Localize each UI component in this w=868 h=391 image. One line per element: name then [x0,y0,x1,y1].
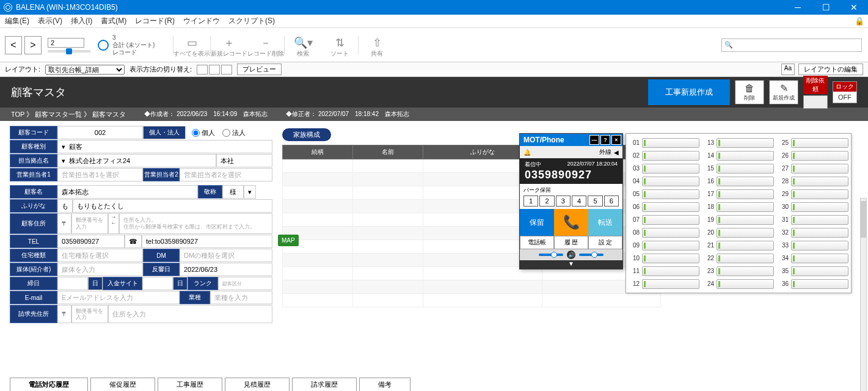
line-row[interactable]: 10 [629,252,699,265]
tab-invoice[interactable]: 請求履歴 [292,378,357,391]
delete-button[interactable]: 🗑削除 [735,80,764,104]
mot-contacts[interactable]: 電話帳 [520,236,554,249]
menu-window[interactable]: ウインドウ [183,16,220,26]
maximize-button[interactable]: ☐ [812,0,840,15]
line-row[interactable]: 26 [778,149,848,162]
line-row[interactable]: 19 [703,213,774,226]
layout-select[interactable]: 取引先台帳_詳細 [45,65,125,75]
sales1-select[interactable]: 営業担当者1を選択 [57,168,143,181]
chevron-left-icon[interactable]: ◀ [614,149,619,156]
line-row[interactable]: 12 [629,277,699,290]
delete-record-button[interactable]: －レコード削除 [247,32,284,58]
tel-link[interactable]: tel:to0359890927 [142,235,272,248]
line-row[interactable]: 15 [703,162,774,175]
tab-reminder[interactable]: 催促履歴 [90,378,155,391]
transfer-button[interactable]: 転送 [588,209,622,236]
radio-individual[interactable]: 個人 [192,128,215,137]
mot-volume[interactable]: 🔊 [520,249,622,260]
share-button[interactable]: ⇧共有 [359,32,395,58]
mot-settings[interactable]: 設 定 [588,236,622,249]
new-button[interactable]: ✎新規作成 [769,80,798,104]
nav-prev-button[interactable]: < [5,36,22,54]
line-row[interactable]: 22 [703,252,774,265]
map-button[interactable]: MAP [278,235,299,246]
line-row[interactable]: 20 [703,226,774,239]
sort-button[interactable]: ⇅ソート [321,32,358,58]
line-row[interactable]: 13 [703,136,774,149]
line-row[interactable]: 23 [703,265,774,277]
delete-request[interactable]: 削除依頼 [803,76,828,109]
name-input[interactable] [57,185,198,199]
search-button[interactable]: 🔍▾検索 [285,32,321,58]
line-row[interactable]: 34 [778,252,848,265]
mot-titlebar[interactable]: MOT/Phone — ? × [520,134,622,146]
record-slider[interactable] [48,38,90,53]
create-work-button[interactable]: 工事新規作成 [648,79,730,105]
quick-search-input[interactable]: 🔍 [721,38,862,52]
menu-script[interactable]: スクリプト(S) [228,16,275,26]
line-row[interactable]: 07 [629,213,699,226]
line-row[interactable]: 02 [629,149,699,162]
bill-address-input[interactable]: 住所を入力 [108,305,272,323]
menu-insert[interactable]: 挿入(I) [71,16,92,26]
line-row[interactable]: 17 [703,188,774,200]
line-row[interactable]: 31 [778,213,848,226]
park-button-4[interactable]: 4 [572,196,586,206]
line-row[interactable]: 29 [778,188,848,200]
title-dropdown[interactable]: ▾ [244,185,256,199]
record-number-input[interactable] [48,38,84,48]
kana-input[interactable] [73,199,272,213]
line-row[interactable]: 05 [629,188,699,200]
email-input[interactable]: Eメールアドレスを入力 [57,291,180,304]
response-date[interactable]: 2022/06/23 [180,263,272,276]
address-input[interactable]: 住所を入力。住所から郵便番号検索する際は、市区町村まで入力。 [119,213,272,234]
park-button-6[interactable]: 6 [604,196,619,206]
postal-input[interactable]: 郵便番号を入力 [71,213,108,234]
title-value[interactable]: 様 [222,185,244,199]
paysite-input[interactable] [142,277,173,290]
dm-select[interactable]: DMの種類を選択 [180,249,272,262]
line-row[interactable]: 01 [629,136,699,149]
line-row[interactable]: 16 [703,175,774,188]
line-row[interactable]: 35 [778,265,848,277]
park-button-3[interactable]: 3 [556,196,571,206]
tab-call-history[interactable]: 電話対応履歴 [10,378,88,391]
show-all-button[interactable]: ▭すべてを表示 [173,32,210,58]
location-value[interactable]: ▾ 株式会社オフィス24 [57,154,216,167]
menu-edit[interactable]: 編集(E) [5,16,29,26]
media-input[interactable]: 媒体を入力 [57,263,143,276]
house-select[interactable]: 住宅種類を選択 [57,249,143,262]
line-row[interactable]: 21 [703,239,774,252]
line-row[interactable]: 24 [703,277,774,290]
view-list-button[interactable] [209,65,220,75]
park-button-1[interactable]: 1 [523,196,538,206]
view-table-button[interactable] [221,65,232,75]
mot-expand[interactable]: ▼ [520,260,622,269]
line-row[interactable]: 25 [778,136,848,149]
mot-close[interactable]: × [611,135,621,145]
breadcrumb[interactable]: TOP 》 顧客マスタ一覧 》 顧客マスタ [11,110,126,119]
line-row[interactable]: 09 [629,239,699,252]
edit-layout-button[interactable]: レイアウトの編集 [798,64,863,75]
scrollbar[interactable] [860,198,867,391]
location-branch[interactable]: 本社 [216,154,272,167]
close-day-input[interactable] [57,277,88,290]
mot-history[interactable]: 履 歴 [554,236,588,249]
call-button[interactable]: 📞 [554,209,588,236]
line-row[interactable]: 04 [629,175,699,188]
view-form-button[interactable] [197,65,208,75]
line-row[interactable]: 11 [629,265,699,277]
line-row[interactable]: 36 [778,277,848,290]
menu-view[interactable]: 表示(V) [38,16,62,26]
close-button[interactable]: ✕ [840,0,868,15]
park-button-2[interactable]: 2 [539,196,554,206]
rank-value[interactable]: 顧客区分 [218,277,272,290]
table-row[interactable] [283,280,661,294]
line-row[interactable]: 30 [778,200,848,213]
tab-work[interactable]: 工事履歴 [158,378,222,391]
line-row[interactable]: 18 [703,200,774,213]
mot-phone-window[interactable]: MOT/Phone — ? × 🔔 外線 ◀ 着信中2022/07/07 18:… [519,133,623,269]
nav-next-button[interactable]: > [24,36,42,54]
preview-button[interactable]: プレビュー [237,64,282,75]
mot-help[interactable]: ? [600,135,610,145]
